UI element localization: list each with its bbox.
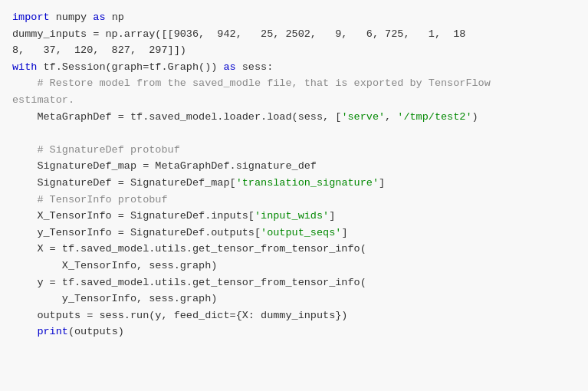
keyword-as: as bbox=[93, 12, 105, 23]
builtin-print: print bbox=[37, 326, 68, 337]
code-line-1: import numpy as np bbox=[12, 9, 576, 26]
code-line-19: outputs = sess.run(y, feed_dict={X: dumm… bbox=[12, 307, 576, 324]
keyword-with: with bbox=[12, 61, 37, 73]
code-line-10: SignatureDef_map = MetaGraphDef.signatur… bbox=[12, 158, 576, 175]
code-line-20: print(outputs) bbox=[12, 324, 576, 340]
code-line-18: y_TensorInfo, sess.graph) bbox=[12, 291, 576, 307]
code-line-2: dummy_inputs = np.array([[9036, 942, 25,… bbox=[12, 26, 576, 43]
code-line-17: y = tf.saved_model.utils.get_tensor_from… bbox=[12, 274, 576, 291]
code-line-7: MetaGraphDef = tf.saved_model.loader.loa… bbox=[12, 109, 576, 126]
code-line-6: estimator. bbox=[12, 92, 576, 109]
code-line-4: with tf.Session(graph=tf.Graph()) as ses… bbox=[12, 59, 576, 76]
code-line-8 bbox=[12, 125, 576, 142]
code-line-11: SignatureDef = SignatureDef_map['transla… bbox=[12, 175, 576, 192]
code-line-5: # Restore model from the saved_modle fil… bbox=[12, 75, 576, 92]
code-line-14: y_TensorInfo = SignatureDef.outputs['out… bbox=[12, 225, 576, 242]
code-line-15: X = tf.saved_model.utils.get_tensor_from… bbox=[12, 241, 576, 258]
code-block: import numpy as np dummy_inputs = np.arr… bbox=[0, 0, 588, 391]
keyword-import: import bbox=[12, 12, 50, 23]
code-line-12: # TensorInfo protobuf bbox=[12, 192, 576, 209]
code-line-3: 8, 37, 120, 827, 297]]) bbox=[12, 42, 576, 59]
keyword-as2: as bbox=[223, 61, 235, 73]
code-line-16: X_TensorInfo, sess.graph) bbox=[12, 258, 576, 274]
code-line-9: # SignatureDef protobuf bbox=[12, 142, 576, 159]
code-line-13: X_TensorInfo = SignatureDef.inputs['inpu… bbox=[12, 208, 576, 225]
